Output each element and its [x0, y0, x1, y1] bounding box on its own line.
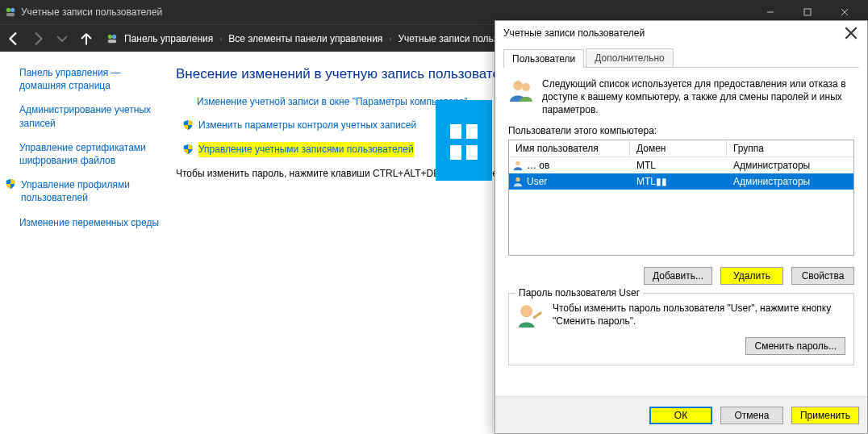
svg-point-14	[515, 161, 520, 165]
cancel-button[interactable]: Отмена	[720, 407, 783, 424]
svg-point-1	[10, 8, 15, 12]
breadcrumb-level1[interactable]: Все элементы панели управления	[228, 33, 382, 44]
sidebar-profiles-link[interactable]: Управление профилями пользователей	[5, 178, 160, 204]
svg-point-8	[112, 34, 116, 38]
users-icon	[508, 77, 534, 103]
users-of-computer-label: Пользователи этого компьютера:	[503, 125, 859, 140]
user-row[interactable]: … ов MTL Администраторы	[509, 157, 853, 173]
user-list[interactable]: Имя пользователя Домен Группа … ов MTL А…	[508, 140, 854, 256]
remove-button[interactable]: Удалить	[720, 267, 783, 285]
key-icon	[517, 302, 545, 329]
svg-point-0	[6, 8, 10, 12]
shield-icon	[5, 178, 16, 190]
sidebar-item-label: Управление профилями пользователей	[21, 178, 160, 204]
tabstrip: Пользователи Дополнительно	[503, 48, 859, 68]
nav-back-button[interactable]	[6, 31, 21, 46]
sidebar-home-link[interactable]: Панель управления — домашняя страница	[19, 66, 160, 92]
nav-forward-button[interactable]	[31, 31, 45, 46]
password-legend: Пароль пользователя User	[515, 287, 643, 298]
dialog-description: Следующий список используется для предос…	[542, 77, 854, 117]
sidebar-admin-creds-link[interactable]: Администрирование учетных записей	[19, 103, 160, 129]
breadcrumb: Панель управления › Все элементы панели …	[106, 33, 498, 44]
ok-button[interactable]: ОК	[649, 407, 712, 424]
breadcrumb-root-icon	[106, 33, 118, 44]
sidebar-env-vars-link[interactable]: Изменение переменных среды	[19, 216, 160, 229]
svg-point-12	[513, 81, 523, 90]
sidebar: Панель управления — домашняя страница Ад…	[0, 52, 169, 434]
user-icon	[512, 160, 524, 171]
dialog-titlebar: Учетные записи пользователей	[495, 21, 867, 45]
user-accounts-dialog: Учетные записи пользователей Пользовател…	[495, 20, 868, 434]
user-icon	[512, 176, 524, 187]
col-group[interactable]: Группа	[727, 140, 853, 156]
breadcrumb-level2[interactable]: Учетные записи польз	[398, 33, 498, 44]
properties-button[interactable]: Свойства	[791, 267, 854, 285]
tab-users[interactable]: Пользователи	[503, 49, 584, 68]
user-list-header: Имя пользователя Домен Группа	[509, 140, 853, 157]
add-button[interactable]: Добавить...	[644, 267, 712, 285]
svg-point-7	[108, 34, 112, 38]
sidebar-certs-link[interactable]: Управление сертификатами шифрования файл…	[19, 141, 160, 167]
password-text: Чтобы изменить пароль пользователя "User…	[553, 302, 845, 329]
svg-rect-17	[532, 311, 542, 319]
user-row-selected[interactable]: User MTL▮▮ Администраторы	[509, 173, 853, 190]
shield-icon	[182, 119, 194, 131]
breadcrumb-root[interactable]: Панель управления	[124, 33, 213, 44]
password-fieldset: Пароль пользователя User Чтобы изменить …	[508, 293, 854, 365]
window-title: Учетные записи пользователей	[21, 6, 752, 18]
svg-rect-2	[6, 13, 15, 16]
app-icon	[5, 6, 16, 18]
user-tile-image	[436, 100, 492, 181]
chevron-right-icon: ›	[219, 35, 222, 43]
chevron-right-icon: ›	[389, 35, 391, 43]
dialog-close-button[interactable]	[843, 25, 859, 41]
nav-dropdown-icon[interactable]	[55, 31, 69, 46]
svg-point-15	[515, 177, 520, 181]
dialog-title: Учетные записи пользователей	[503, 27, 645, 39]
col-domain[interactable]: Домен	[630, 140, 727, 156]
svg-point-16	[520, 305, 532, 317]
shield-icon	[182, 144, 194, 155]
change-password-button[interactable]: Сменить пароль...	[745, 337, 845, 355]
nav-up-button[interactable]	[79, 31, 94, 46]
svg-rect-9	[108, 39, 117, 42]
dialog-footer: ОК Отмена Применить	[495, 396, 867, 433]
svg-point-13	[522, 83, 530, 91]
tab-advanced[interactable]: Дополнительно	[586, 48, 673, 67]
svg-rect-4	[804, 9, 811, 15]
apply-button[interactable]: Применить	[791, 407, 859, 424]
col-username[interactable]: Имя пользователя	[509, 140, 630, 156]
